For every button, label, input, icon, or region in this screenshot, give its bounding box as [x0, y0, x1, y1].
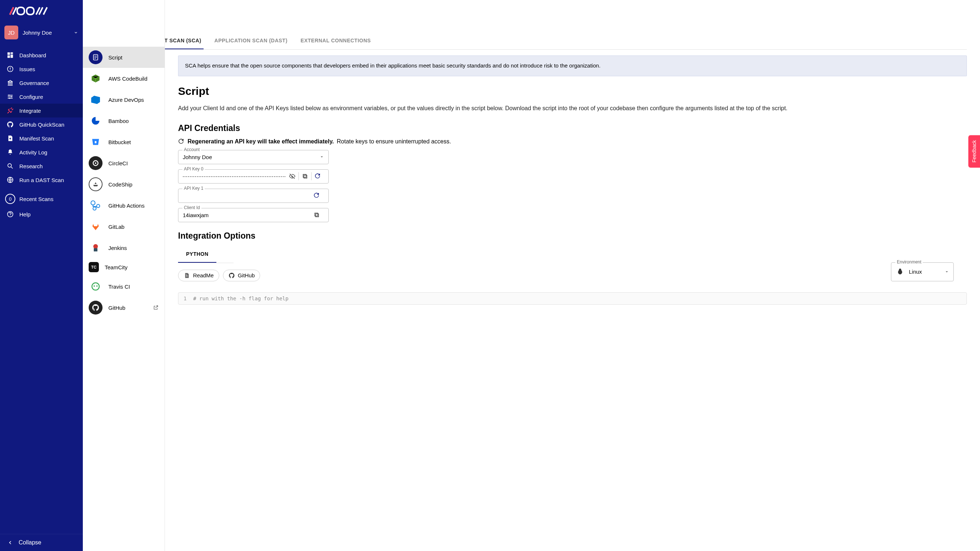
governance-icon [6, 79, 14, 86]
aws-codebuild-icon [89, 72, 102, 85]
int-item-aws[interactable]: AWS CodeBuild [83, 68, 165, 89]
travis-icon [89, 280, 102, 293]
int-item-bitbucket[interactable]: Bitbucket [83, 131, 165, 153]
nav-governance[interactable]: Governance [0, 76, 83, 90]
github-button[interactable]: GitHub [223, 270, 261, 281]
svg-point-16 [95, 162, 96, 164]
client-id-label: Client Id [183, 205, 201, 210]
svg-point-10 [8, 164, 11, 167]
page-title: Integrate [165, 6, 967, 20]
recent-count-badge: 0 [5, 194, 15, 204]
file-plus-icon [6, 135, 14, 142]
gitlab-icon [89, 220, 102, 234]
int-item-script[interactable]: Script [83, 47, 165, 68]
regenerate-button[interactable] [314, 171, 322, 182]
svg-rect-6 [10, 70, 11, 71]
svg-rect-2 [11, 54, 13, 58]
search-icon [6, 162, 14, 170]
chevron-left-icon [7, 540, 13, 546]
nav-dashboard[interactable]: Dashboard [0, 48, 83, 62]
nav-recent-scans[interactable]: 0Recent Scans [0, 191, 83, 207]
teamcity-icon: TC [89, 262, 99, 272]
int-item-codeship[interactable]: CodeShip [83, 174, 165, 195]
svg-rect-21 [94, 248, 97, 252]
regen-notice: Regenerating an API key will take effect… [178, 138, 967, 145]
api-key-0-label: API Key 0 [183, 166, 205, 172]
svg-point-7 [8, 94, 10, 96]
integration-options-heading: Integration Options [178, 231, 967, 241]
int-item-gitlab[interactable]: GitLab [83, 216, 165, 237]
codeship-icon [89, 177, 102, 191]
int-item-circleci[interactable]: CircleCI [83, 153, 165, 174]
plug-icon [6, 107, 14, 114]
svg-point-18 [97, 204, 100, 208]
sidebar-collapse[interactable]: Collapse [0, 534, 83, 551]
svg-rect-27 [316, 214, 318, 217]
nav-integrate[interactable]: Integrate [0, 104, 83, 118]
int-item-jenkins[interactable]: Jenkins [83, 237, 165, 258]
code-preview: 1# run with the -h flag for help [178, 292, 967, 305]
user-menu[interactable]: JD Johnny Doe [0, 22, 83, 43]
svg-rect-25 [304, 175, 307, 178]
resource-links: ReadMe GitHub [178, 270, 967, 281]
globe-icon [6, 176, 14, 183]
svg-rect-0 [8, 53, 10, 55]
copy-button[interactable] [312, 210, 322, 220]
nav-manifest-scan[interactable]: Manifest Scan [0, 131, 83, 145]
nav-research[interactable]: Research [0, 159, 83, 173]
nav-run-dast[interactable]: Run a DAST Scan [0, 173, 83, 187]
user-name: Johnny Doe [22, 30, 69, 36]
int-item-travis[interactable]: Travis CI [83, 276, 165, 297]
jenkins-icon [89, 241, 102, 255]
account-label: Account [183, 147, 201, 152]
external-link-icon [153, 305, 159, 311]
script-icon [89, 50, 102, 64]
int-item-github[interactable]: GitHub [83, 297, 165, 318]
svg-point-20 [94, 244, 98, 249]
copy-button[interactable] [301, 171, 309, 182]
feedback-tab[interactable]: Feedback [968, 135, 980, 167]
github-icon [89, 301, 102, 315]
api-credentials-heading: API Credentials [178, 123, 967, 133]
readme-button[interactable]: ReadMe [178, 270, 219, 281]
svg-rect-14 [95, 141, 97, 143]
svg-point-22 [92, 283, 99, 290]
dashboard-icon [6, 51, 14, 59]
avatar: JD [5, 25, 18, 40]
main-content: Integrate OVERVIEW MANIFEST SCAN (SCA) A… [165, 0, 980, 551]
tab-dast[interactable]: APPLICATION SCAN (DAST) [212, 34, 290, 49]
nav-activity-log[interactable]: Activity Log [0, 145, 83, 159]
github-icon [6, 121, 14, 128]
api-key-1-group: API Key 1 [178, 189, 329, 203]
sliders-icon [6, 93, 14, 100]
svg-rect-5 [10, 67, 11, 69]
visibility-toggle-button[interactable] [288, 171, 296, 182]
int-item-gh-actions[interactable]: GitHub Actions [83, 195, 165, 216]
nav-issues[interactable]: Issues [0, 62, 83, 76]
chevron-down-icon [945, 270, 949, 274]
nav-configure[interactable]: Configure [0, 90, 83, 104]
nav-list: Dashboard Issues Governance Configure In… [0, 48, 83, 534]
account-select-group: Account Johnny Doe [178, 150, 329, 164]
alert-icon [6, 65, 14, 73]
tab-external[interactable]: EXTERNAL CONNECTIONS [299, 34, 373, 49]
svg-rect-1 [11, 53, 13, 54]
tab-manifest-sca[interactable]: MANIFEST SCAN (SCA) [165, 34, 204, 49]
int-item-azure[interactable]: Azure DevOps [83, 89, 165, 110]
svg-point-19 [93, 207, 96, 210]
int-item-bamboo[interactable]: Bamboo [83, 110, 165, 131]
github-actions-icon [89, 199, 102, 212]
int-item-teamcity[interactable]: TCTeamCity [83, 258, 165, 276]
tab-python[interactable]: PYTHON [178, 247, 216, 263]
environment-select[interactable]: Linux [891, 262, 954, 281]
nav-github-quickscan[interactable]: GitHub QuickScan [0, 118, 83, 131]
integration-list: Script AWS CodeBuild Azure DevOps Bamboo… [83, 0, 165, 551]
linux-icon [896, 268, 904, 276]
nav-help[interactable]: Help [0, 207, 83, 221]
chevron-down-icon [320, 155, 324, 159]
logo [0, 0, 83, 22]
bitbucket-icon [89, 135, 102, 149]
svg-point-9 [9, 98, 10, 99]
regenerate-button[interactable] [312, 191, 322, 201]
help-icon [6, 210, 14, 218]
